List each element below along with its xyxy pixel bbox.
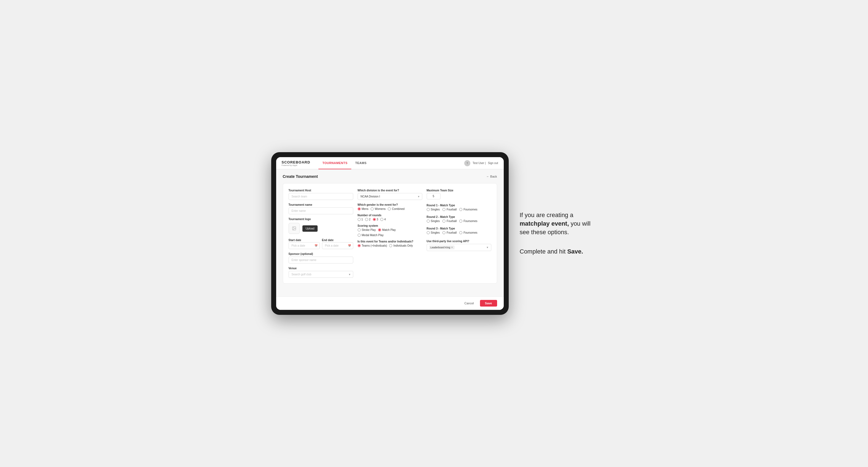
teams-individuals-radio[interactable] — [389, 244, 392, 247]
venue-input[interactable] — [288, 271, 353, 278]
bottom-annotation-text: Complete and hit Save. — [520, 247, 597, 256]
scoring-medal[interactable]: Medal Match Play — [358, 234, 383, 237]
third-party-tag: Leaderboard King ✕ — [429, 246, 455, 249]
nav-user: T Test User | Sign out — [464, 160, 498, 166]
upload-button[interactable]: Upload — [302, 225, 318, 232]
top-annotation-text: If you are creating a matchplay event, y… — [520, 211, 597, 237]
tablet-frame: SCOREBOARD Powered by clippit TOURNAMENT… — [271, 152, 509, 315]
tab-tournaments[interactable]: TOURNAMENTS — [318, 157, 351, 169]
date-group: Start date 📅 End date — [288, 237, 353, 249]
scoring-group: Scoring system Stroke Play Match Play — [358, 224, 422, 237]
round1-foursomes-radio[interactable] — [459, 208, 462, 211]
rounds-radio-group: 1 2 3 — [358, 218, 422, 221]
form-footer: Cancel Save — [276, 296, 504, 310]
round3-foursomes[interactable]: Foursomes — [459, 231, 477, 234]
round1-fourball-label: Fourball — [446, 208, 457, 211]
teams-radio-group: Teams (+Individuals) Individuals Only — [358, 244, 422, 247]
sponsor-input[interactable] — [288, 256, 353, 263]
scoring-match-radio[interactable] — [378, 228, 381, 231]
teams-individuals[interactable]: Individuals Only — [389, 244, 413, 247]
svg-point-1 — [293, 227, 293, 228]
start-date-input[interactable] — [288, 242, 320, 249]
round2-foursomes[interactable]: Foursomes — [459, 220, 477, 223]
form-col-1: Tournament Host Tournament name Tourname… — [288, 189, 353, 278]
max-team-size-label: Maximum Team Size — [427, 189, 491, 192]
nav-bar: SCOREBOARD Powered by clippit TOURNAMENT… — [276, 157, 504, 169]
round-4-label: 4 — [384, 218, 386, 221]
round2-singles-radio[interactable] — [427, 220, 430, 223]
round2-fourball-label: Fourball — [446, 220, 457, 223]
gender-group: Which gender is the event for? Mens Wome… — [358, 203, 422, 211]
gender-womens-radio[interactable] — [371, 208, 374, 211]
signout-link[interactable]: Sign out — [488, 161, 498, 165]
cancel-button[interactable]: Cancel — [461, 300, 477, 307]
round1-singles[interactable]: Singles — [427, 208, 440, 211]
round-2-radio[interactable] — [365, 218, 368, 221]
round1-singles-radio[interactable] — [427, 208, 430, 211]
end-date-wrapper: 📅 — [322, 242, 353, 249]
gender-mens[interactable]: Mens — [358, 208, 368, 211]
round3-foursomes-label: Foursomes — [463, 231, 477, 234]
round-3-label: 3 — [377, 218, 378, 221]
round2-fourball[interactable]: Fourball — [442, 220, 457, 223]
gender-womens[interactable]: Womens — [371, 208, 385, 211]
round-4[interactable]: 4 — [380, 218, 386, 221]
division-select[interactable]: NCAA Division I — [358, 193, 422, 200]
gender-womens-label: Womens — [375, 208, 385, 211]
rounds-group: Number of rounds 1 2 — [358, 214, 422, 221]
tab-teams[interactable]: TEAMS — [351, 157, 370, 169]
page-header: Create Tournament ← Back — [283, 174, 497, 179]
scoring-stroke-radio[interactable] — [358, 228, 361, 231]
round3-singles[interactable]: Singles — [427, 231, 440, 234]
gender-combined-radio[interactable] — [388, 208, 391, 211]
round1-singles-label: Singles — [431, 208, 440, 211]
form-col-3: Maximum Team Size Round 1 - Match Type S… — [427, 189, 491, 278]
save-button[interactable]: Save — [480, 300, 497, 307]
user-label: Test User | — [472, 161, 486, 165]
gender-mens-radio[interactable] — [358, 208, 361, 211]
back-link[interactable]: ← Back — [486, 175, 497, 178]
round2-singles[interactable]: Singles — [427, 220, 440, 223]
round3-singles-radio[interactable] — [427, 231, 430, 234]
sponsor-group: Sponsor (optional) — [288, 252, 353, 263]
avatar: T — [464, 160, 470, 166]
tournament-name-input[interactable] — [288, 208, 353, 214]
gender-combined[interactable]: Combined — [388, 208, 405, 211]
end-date-input[interactable] — [322, 242, 353, 249]
scoring-stroke[interactable]: Stroke Play — [358, 228, 376, 231]
teams-teams-radio[interactable] — [358, 244, 361, 247]
third-party-group: Use third-party live scoring API? Leader… — [427, 240, 491, 251]
end-date-label: End date — [322, 239, 334, 242]
tournament-host-input[interactable] — [288, 193, 353, 200]
round-2[interactable]: 2 — [365, 218, 371, 221]
start-date-group: Start date 📅 — [288, 237, 320, 249]
round-3[interactable]: 3 — [373, 218, 378, 221]
round1-fourball-radio[interactable] — [442, 208, 445, 211]
tag-remove-icon[interactable]: ✕ — [451, 246, 453, 249]
round1-match-options: Singles Fourball Foursomes — [427, 208, 491, 211]
round1-foursomes[interactable]: Foursomes — [459, 208, 477, 211]
teams-teams[interactable]: Teams (+Individuals) — [358, 244, 387, 247]
scoring-medal-radio[interactable] — [358, 234, 361, 237]
logo-placeholder — [288, 223, 300, 234]
round2-foursomes-label: Foursomes — [463, 220, 477, 223]
round-1[interactable]: 1 — [358, 218, 363, 221]
round2-match-type-label: Round 2 - Match Type — [427, 215, 491, 218]
round1-foursomes-label: Foursomes — [463, 208, 477, 211]
round3-fourball-radio[interactable] — [442, 231, 445, 234]
tournament-name-label: Tournament name — [288, 203, 353, 206]
round3-foursomes-radio[interactable] — [459, 231, 462, 234]
tournament-name-group: Tournament name — [288, 203, 353, 214]
third-party-select[interactable]: Leaderboard King ✕ ▼ — [427, 244, 491, 251]
round-3-radio[interactable] — [373, 218, 376, 221]
max-team-size-input[interactable] — [427, 193, 440, 199]
round2-fourball-radio[interactable] — [442, 220, 445, 223]
scoring-match[interactable]: Match Play — [378, 228, 396, 231]
round-4-radio[interactable] — [380, 218, 383, 221]
round1-fourball[interactable]: Fourball — [442, 208, 457, 211]
round3-fourball[interactable]: Fourball — [442, 231, 457, 234]
round2-foursomes-radio[interactable] — [459, 220, 462, 223]
teams-label: Is this event for Teams and/or Individua… — [358, 240, 422, 243]
third-party-value: Leaderboard King — [431, 246, 451, 249]
round-1-radio[interactable] — [358, 218, 361, 221]
